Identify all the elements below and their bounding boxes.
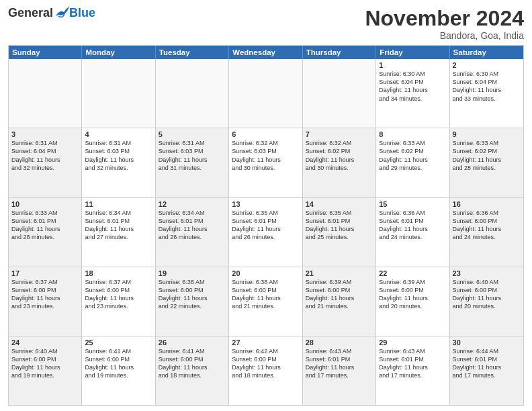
cell-content: Sunrise: 6:33 AMSunset: 6:02 PMDaylight:… [453, 139, 521, 172]
calendar-row-4: 24Sunrise: 6:40 AMSunset: 6:00 PMDayligh… [9, 336, 523, 405]
day-number: 8 [379, 130, 446, 138]
calendar-cell-0-2 [156, 59, 229, 128]
calendar-cell-1-4: 7Sunrise: 6:32 AMSunset: 6:02 PMDaylight… [303, 128, 376, 197]
month-title: November 2024 [365, 7, 524, 30]
logo: General Blue [8, 7, 95, 19]
weekday-header-thursday: Thursday [303, 46, 376, 59]
day-number: 26 [159, 338, 226, 347]
calendar-cell-2-5: 15Sunrise: 6:36 AMSunset: 6:01 PMDayligh… [376, 198, 449, 267]
day-number: 9 [453, 130, 521, 138]
calendar-cell-1-5: 8Sunrise: 6:33 AMSunset: 6:02 PMDaylight… [376, 128, 449, 197]
logo-blue-text: Blue [69, 7, 95, 19]
cell-content: Sunrise: 6:37 AMSunset: 6:00 PMDaylight:… [85, 278, 152, 311]
day-number: 16 [453, 200, 521, 208]
cell-content: Sunrise: 6:41 AMSunset: 6:00 PMDaylight:… [85, 347, 152, 380]
calendar-cell-3-4: 21Sunrise: 6:39 AMSunset: 6:00 PMDayligh… [303, 267, 376, 336]
cell-content: Sunrise: 6:31 AMSunset: 6:04 PMDaylight:… [11, 139, 79, 172]
calendar-cell-3-3: 20Sunrise: 6:38 AMSunset: 6:00 PMDayligh… [229, 267, 302, 336]
calendar-cell-2-3: 13Sunrise: 6:35 AMSunset: 6:01 PMDayligh… [229, 198, 302, 267]
weekday-header-tuesday: Tuesday [156, 46, 229, 59]
calendar-row-2: 10Sunrise: 6:33 AMSunset: 6:01 PMDayligh… [9, 197, 523, 267]
cell-content: Sunrise: 6:41 AMSunset: 6:00 PMDaylight:… [159, 347, 226, 380]
day-number: 7 [306, 130, 373, 138]
day-number: 25 [85, 338, 152, 347]
cell-content: Sunrise: 6:31 AMSunset: 6:03 PMDaylight:… [85, 139, 152, 172]
calendar-header: SundayMondayTuesdayWednesdayThursdayFrid… [9, 46, 523, 59]
day-number: 27 [232, 338, 299, 347]
cell-content: Sunrise: 6:30 AMSunset: 6:04 PMDaylight:… [379, 70, 446, 103]
day-number: 29 [379, 338, 446, 347]
cell-content: Sunrise: 6:33 AMSunset: 6:01 PMDaylight:… [11, 209, 79, 242]
cell-content: Sunrise: 6:39 AMSunset: 6:00 PMDaylight:… [379, 278, 446, 311]
day-number: 14 [306, 200, 373, 208]
day-number: 12 [159, 200, 226, 208]
day-number: 13 [232, 200, 299, 208]
calendar-cell-0-0 [9, 59, 82, 128]
calendar-cell-0-1 [82, 59, 155, 128]
cell-content: Sunrise: 6:38 AMSunset: 6:00 PMDaylight:… [232, 278, 299, 311]
cell-content: Sunrise: 6:39 AMSunset: 6:00 PMDaylight:… [306, 278, 373, 311]
weekday-header-wednesday: Wednesday [229, 46, 302, 59]
cell-content: Sunrise: 6:43 AMSunset: 6:01 PMDaylight:… [306, 347, 373, 380]
logo-general-text: General [8, 7, 53, 19]
calendar-cell-4-3: 27Sunrise: 6:42 AMSunset: 6:00 PMDayligh… [229, 336, 302, 405]
weekday-header-saturday: Saturday [450, 46, 523, 59]
day-number: 4 [85, 130, 152, 138]
day-number: 15 [379, 200, 446, 208]
calendar-cell-0-4 [303, 59, 376, 128]
calendar-cell-2-6: 16Sunrise: 6:36 AMSunset: 6:00 PMDayligh… [450, 198, 523, 267]
calendar-cell-3-5: 22Sunrise: 6:39 AMSunset: 6:00 PMDayligh… [376, 267, 449, 336]
day-number: 5 [159, 130, 226, 138]
day-number: 17 [11, 269, 79, 277]
cell-content: Sunrise: 6:43 AMSunset: 6:01 PMDaylight:… [379, 347, 446, 380]
title-section: November 2024 Bandora, Goa, India [365, 7, 524, 41]
calendar-row-3: 17Sunrise: 6:37 AMSunset: 6:00 PMDayligh… [9, 267, 523, 336]
header: General Blue November 2024 Bandora, Goa,… [8, 7, 524, 41]
day-number: 19 [159, 269, 226, 277]
day-number: 24 [11, 338, 79, 347]
cell-content: Sunrise: 6:35 AMSunset: 6:01 PMDaylight:… [306, 209, 373, 242]
cell-content: Sunrise: 6:33 AMSunset: 6:02 PMDaylight:… [379, 139, 446, 172]
page: General Blue November 2024 Bandora, Goa,… [0, 0, 532, 411]
cell-content: Sunrise: 6:37 AMSunset: 6:00 PMDaylight:… [11, 278, 79, 311]
day-number: 30 [453, 338, 521, 347]
day-number: 10 [11, 200, 79, 208]
cell-content: Sunrise: 6:40 AMSunset: 6:00 PMDaylight:… [11, 347, 79, 380]
calendar-cell-2-1: 11Sunrise: 6:34 AMSunset: 6:01 PMDayligh… [82, 198, 155, 267]
cell-content: Sunrise: 6:32 AMSunset: 6:02 PMDaylight:… [306, 139, 373, 172]
calendar-row-0: 1Sunrise: 6:30 AMSunset: 6:04 PMDaylight… [9, 59, 523, 128]
cell-content: Sunrise: 6:36 AMSunset: 6:01 PMDaylight:… [379, 209, 446, 242]
calendar-cell-1-0: 3Sunrise: 6:31 AMSunset: 6:04 PMDaylight… [9, 128, 82, 197]
calendar-cell-4-4: 28Sunrise: 6:43 AMSunset: 6:01 PMDayligh… [303, 336, 376, 405]
day-number: 11 [85, 200, 152, 208]
day-number: 2 [453, 61, 521, 69]
cell-content: Sunrise: 6:36 AMSunset: 6:00 PMDaylight:… [453, 209, 521, 242]
location: Bandora, Goa, India [365, 30, 524, 41]
calendar-row-1: 3Sunrise: 6:31 AMSunset: 6:04 PMDaylight… [9, 128, 523, 197]
calendar-cell-4-1: 25Sunrise: 6:41 AMSunset: 6:00 PMDayligh… [82, 336, 155, 405]
calendar-cell-0-5: 1Sunrise: 6:30 AMSunset: 6:04 PMDaylight… [376, 59, 449, 128]
day-number: 18 [85, 269, 152, 277]
day-number: 28 [306, 338, 373, 347]
weekday-header-friday: Friday [376, 46, 449, 59]
calendar-cell-4-2: 26Sunrise: 6:41 AMSunset: 6:00 PMDayligh… [156, 336, 229, 405]
calendar-cell-0-6: 2Sunrise: 6:30 AMSunset: 6:04 PMDaylight… [450, 59, 523, 128]
calendar-cell-3-1: 18Sunrise: 6:37 AMSunset: 6:00 PMDayligh… [82, 267, 155, 336]
day-number: 22 [379, 269, 446, 277]
cell-content: Sunrise: 6:38 AMSunset: 6:00 PMDaylight:… [159, 278, 226, 311]
calendar-cell-1-1: 4Sunrise: 6:31 AMSunset: 6:03 PMDaylight… [82, 128, 155, 197]
day-number: 21 [306, 269, 373, 277]
calendar-cell-2-4: 14Sunrise: 6:35 AMSunset: 6:01 PMDayligh… [303, 198, 376, 267]
weekday-header-sunday: Sunday [9, 46, 82, 59]
calendar-cell-2-0: 10Sunrise: 6:33 AMSunset: 6:01 PMDayligh… [9, 198, 82, 267]
logo-bird-icon [54, 7, 69, 19]
calendar-cell-3-0: 17Sunrise: 6:37 AMSunset: 6:00 PMDayligh… [9, 267, 82, 336]
calendar-cell-4-5: 29Sunrise: 6:43 AMSunset: 6:01 PMDayligh… [376, 336, 449, 405]
day-number: 20 [232, 269, 299, 277]
cell-content: Sunrise: 6:34 AMSunset: 6:01 PMDaylight:… [159, 209, 226, 242]
cell-content: Sunrise: 6:40 AMSunset: 6:00 PMDaylight:… [453, 278, 521, 311]
calendar-cell-1-3: 6Sunrise: 6:32 AMSunset: 6:03 PMDaylight… [229, 128, 302, 197]
calendar-cell-2-2: 12Sunrise: 6:34 AMSunset: 6:01 PMDayligh… [156, 198, 229, 267]
cell-content: Sunrise: 6:44 AMSunset: 6:01 PMDaylight:… [453, 347, 521, 380]
cell-content: Sunrise: 6:30 AMSunset: 6:04 PMDaylight:… [453, 70, 521, 103]
